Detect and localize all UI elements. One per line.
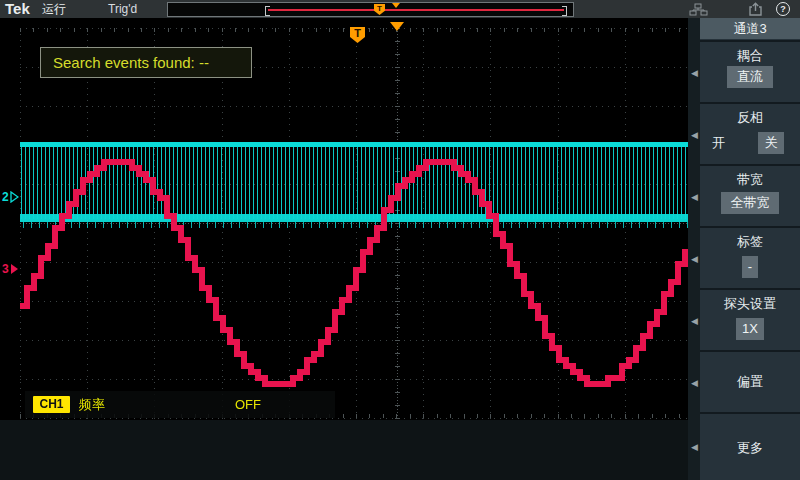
section-arrow-icon: ◀ — [691, 378, 699, 388]
side-menu-gutter — [688, 18, 700, 480]
section-arrow-icon: ◀ — [691, 254, 699, 264]
record-trigger-t-icon[interactable]: T — [374, 4, 385, 15]
menu-section-bandwidth[interactable]: ◀ 带宽 全带宽 — [700, 164, 800, 226]
measurement-channel-badge: CH1 — [33, 396, 70, 413]
menu-section-invert[interactable]: ◀ 反相 开 关 — [700, 102, 800, 164]
coupling-dc-button[interactable]: 直流 — [727, 66, 773, 88]
acquisition-status: 运行 — [42, 0, 66, 18]
section-arrow-icon: ◀ — [691, 316, 699, 326]
status-bar: CH1 -- CH2 2.00V BW 10.0ms 1.25MS/s CH3 … — [0, 420, 700, 480]
ch3-marker-triangle-icon — [10, 263, 19, 275]
window-bracket-left-icon — [265, 6, 270, 16]
section-arrow-icon: ◀ — [691, 68, 699, 78]
coupling-label: 耦合 — [700, 48, 800, 64]
invert-on-option[interactable]: 开 — [712, 132, 725, 154]
network-icon[interactable] — [689, 3, 708, 16]
ch3-ground-marker[interactable]: 3 — [2, 262, 19, 276]
menu-section-coupling[interactable]: ◀ 耦合 直流 — [700, 40, 800, 102]
section-arrow-icon: ◀ — [691, 192, 699, 202]
ch3-marker-label: 3 — [2, 262, 9, 276]
window-bracket-right-icon — [562, 6, 567, 16]
label-value-button[interactable]: - — [742, 256, 758, 278]
share-icon[interactable] — [748, 2, 763, 16]
label-label: 标签 — [700, 234, 800, 250]
tek-logo: Tek — [5, 0, 30, 18]
top-bar: Tek 运行 Trig'd T ? — [0, 0, 800, 18]
measurement-bar[interactable]: CH1 频率 OFF — [25, 391, 335, 418]
measurement-value: OFF — [235, 391, 261, 418]
bandwidth-full-button[interactable]: 全带宽 — [721, 192, 779, 214]
ch2-marker-triangle-icon — [10, 191, 19, 203]
ch2-ground-marker[interactable]: 2 — [2, 190, 19, 204]
offset-label: 偏置 — [700, 374, 800, 390]
menu-section-offset[interactable]: ◀ 偏置 — [700, 350, 800, 412]
menu-section-more[interactable]: ◀ 更多 — [700, 412, 800, 480]
record-trigger-position-icon[interactable] — [392, 3, 400, 8]
trigger-position-icon[interactable] — [390, 22, 404, 31]
waveform-display[interactable] — [20, 18, 692, 420]
probe-attenuation-button[interactable]: 1X — [736, 318, 764, 340]
oscilloscope-screen: Tek 运行 Trig'd T ? T Search events found:… — [0, 0, 800, 480]
help-icon[interactable]: ? — [776, 2, 790, 16]
ch2-marker-label: 2 — [2, 190, 9, 204]
invert-label: 反相 — [700, 110, 800, 126]
record-view-window-line — [268, 9, 564, 11]
section-arrow-icon: ◀ — [691, 130, 699, 140]
measurement-name: 频率 — [79, 391, 105, 418]
side-menu: 通道3 ◀ 耦合 直流 ◀ 反相 开 关 ◀ 带宽 全带宽 ◀ 标签 - ◀ — [700, 18, 800, 480]
trigger-status: Trig'd — [108, 0, 137, 18]
more-label: 更多 — [700, 440, 800, 456]
bandwidth-label: 带宽 — [700, 172, 800, 188]
section-arrow-icon: ◀ — [691, 442, 699, 452]
menu-section-label[interactable]: ◀ 标签 - — [700, 226, 800, 288]
invert-off-option[interactable]: 关 — [758, 132, 784, 154]
menu-section-probe-setup[interactable]: ◀ 探头设置 1X — [700, 288, 800, 350]
record-view-bar[interactable]: T — [167, 2, 574, 17]
probe-setup-label: 探头设置 — [700, 296, 800, 312]
side-menu-title: 通道3 — [700, 18, 800, 39]
search-events-banner: Search events found: -- — [40, 47, 252, 78]
